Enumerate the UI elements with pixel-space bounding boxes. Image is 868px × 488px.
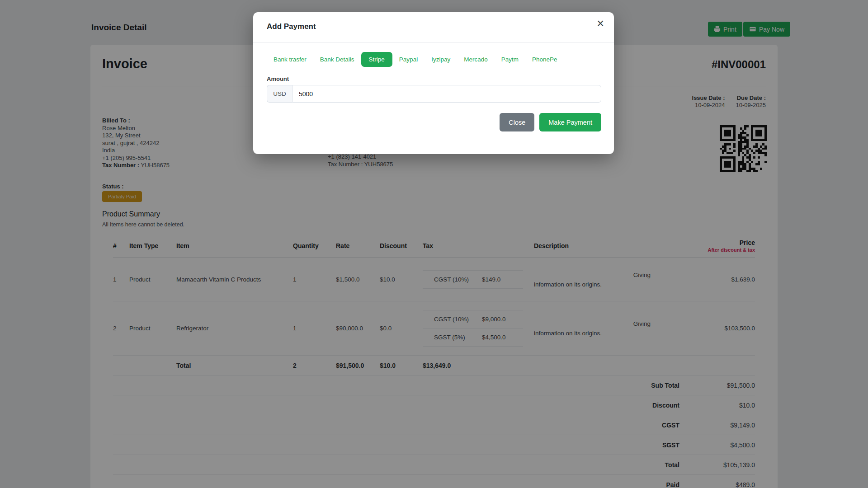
tab-paytm[interactable]: Paytm <box>495 52 525 67</box>
add-payment-modal: Add Payment × Bank trasfer Bank Details … <box>253 12 614 154</box>
tab-paypal[interactable]: Paypal <box>392 52 425 67</box>
tab-mercado[interactable]: Mercado <box>457 52 495 67</box>
tab-phonepe[interactable]: PhonePe <box>525 52 564 67</box>
modal-header: Add Payment × <box>253 12 614 43</box>
make-payment-button[interactable]: Make Payment <box>539 113 601 131</box>
modal-title: Add Payment <box>267 22 316 31</box>
amount-label: Amount <box>267 75 289 82</box>
close-button[interactable]: Close <box>500 113 534 131</box>
tab-bank-details[interactable]: Bank Details <box>313 52 361 67</box>
tab-iyzipay[interactable]: Iyzipay <box>425 52 457 67</box>
tab-stripe[interactable]: Stripe <box>361 52 392 67</box>
tab-bank-trasfer[interactable]: Bank trasfer <box>267 52 313 67</box>
amount-input-group: USD <box>267 85 601 103</box>
currency-addon: USD <box>267 85 292 103</box>
amount-input[interactable] <box>292 85 601 103</box>
invoice-detail-page: Invoice Detail Print Pay Now Invoice #IN… <box>0 0 868 488</box>
modal-footer: Close Make Payment <box>500 113 601 131</box>
payment-method-tabs: Bank trasfer Bank Details Stripe Paypal … <box>267 52 564 67</box>
close-icon[interactable]: × <box>597 18 604 30</box>
